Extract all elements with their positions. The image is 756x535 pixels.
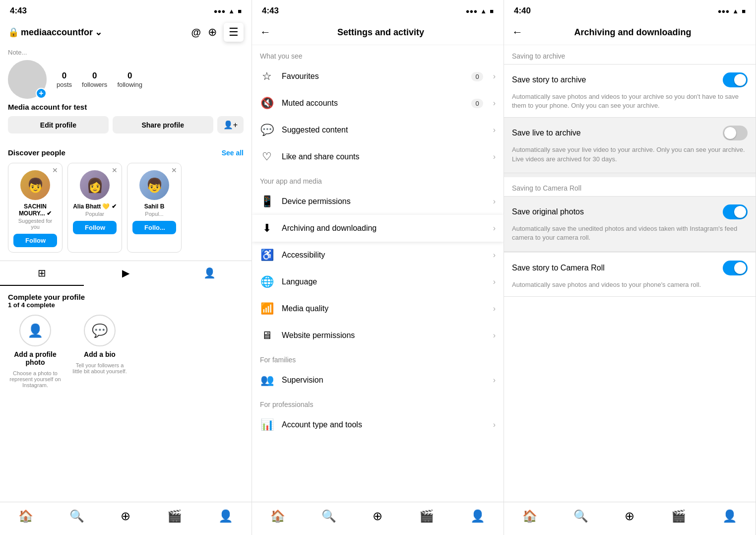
website-icon: 🖥	[260, 329, 274, 342]
followers-label: followers	[82, 81, 107, 88]
nav-profile-p1[interactable]: 👤	[218, 509, 233, 523]
nav-add-p3[interactable]: ⊕	[625, 509, 634, 523]
save-live-archive-desc: Automatically save your live video to yo…	[504, 145, 756, 170]
archiving-panel: 4:40 ●●● ▲ ■ ← Archiving and downloading…	[504, 0, 756, 535]
suggestion-avatar-2: 👦	[139, 170, 169, 200]
settings-item-likes[interactable]: ♡ Like and share counts ›	[252, 143, 504, 170]
follow-button-1[interactable]: Follow	[73, 221, 117, 234]
settings-item-language[interactable]: 🌐 Language ›	[252, 268, 504, 295]
save-live-archive-toggle[interactable]	[723, 126, 748, 140]
nav-add-p2[interactable]: ⊕	[373, 509, 382, 523]
dropdown-icon: ⌄	[95, 27, 102, 38]
nav-search-p3[interactable]: 🔍	[573, 509, 588, 523]
bottom-nav-p3: 🏠 🔍 ⊕ 🎬 👤	[504, 502, 756, 535]
nav-reels-p1[interactable]: 🎬	[167, 509, 182, 523]
back-button-p2[interactable]: ←	[260, 26, 271, 39]
save-story-archive-desc: Automatically save photos and videos to …	[504, 92, 756, 117]
edit-profile-button[interactable]: Edit profile	[8, 116, 109, 134]
settings-item-accessibility[interactable]: ♿ Accessibility ›	[252, 242, 504, 268]
chevron-right-icon-11: ›	[493, 376, 496, 385]
tab-tagged[interactable]: 👤	[168, 261, 252, 286]
settings-item-account-type[interactable]: 📊 Account type and tools ›	[252, 411, 504, 438]
chevron-right-icon-5: ›	[493, 197, 496, 206]
discover-section-header: Discover people See all	[0, 145, 252, 160]
status-time-p1: 4:43	[10, 6, 27, 16]
save-live-archive-block: Save live to archive Automatically save …	[504, 118, 756, 173]
nav-profile-p2[interactable]: 👤	[470, 509, 485, 523]
complete-subtitle: 1 of 4 complete	[8, 301, 244, 309]
favourites-badge: 0	[471, 72, 483, 81]
share-profile-button[interactable]: Share profile	[113, 116, 213, 134]
settings-item-media-quality[interactable]: 📶 Media quality ›	[252, 295, 504, 322]
tab-reels[interactable]: ▶	[84, 261, 168, 286]
hamburger-icon: ☰	[229, 26, 239, 38]
complete-item-desc-1: Tell your followers a little bit about y…	[72, 362, 127, 374]
bottom-nav-p1: 🏠 🔍 ⊕ 🎬 👤	[0, 502, 252, 535]
nav-home-p3[interactable]: 🏠	[522, 509, 537, 523]
avatar[interactable]: +	[8, 60, 47, 99]
back-button-p3[interactable]: ←	[512, 26, 523, 39]
chevron-right-icon-2: ›	[493, 99, 496, 108]
complete-item-bio: 💬 Add a bio Tell your followers a little…	[72, 315, 127, 388]
nav-profile-p3[interactable]: 👤	[722, 509, 737, 523]
settings-item-archiving[interactable]: ⬇ Archiving and downloading ›	[252, 215, 504, 242]
nav-reels-p2[interactable]: 🎬	[419, 509, 434, 523]
add-avatar-icon[interactable]: +	[36, 88, 47, 99]
nav-search-p2[interactable]: 🔍	[321, 509, 336, 523]
add-button[interactable]: ⊕	[208, 26, 217, 39]
chevron-right-icon-6: ›	[493, 224, 496, 233]
device-label: Device permissions	[282, 197, 485, 206]
save-story-camera-roll-toggle[interactable]	[723, 261, 748, 275]
save-original-photos-toggle[interactable]	[723, 204, 748, 219]
settings-item-favourites[interactable]: ☆ Favourites 0 ›	[252, 63, 504, 90]
nav-add-p1[interactable]: ⊕	[121, 509, 130, 523]
complete-item-label-0: Add a profile photo	[8, 350, 63, 366]
archive-icon: ⬇	[260, 222, 274, 235]
settings-item-suggested[interactable]: 💬 Suggested content ›	[252, 117, 504, 143]
suggestion-sub-2: Popul...	[145, 211, 163, 217]
add-circle-icon: ⊕	[208, 26, 217, 39]
profile-panel: 4:43 ●●● ▲ ■ 🔒 mediaaccountfor ⌄ @ ⊕ ☰ N…	[0, 0, 252, 535]
toggle-thumb-3	[734, 262, 746, 274]
save-original-photos-block: Save original photos Automatically save …	[504, 196, 756, 252]
save-story-archive-toggle[interactable]	[723, 72, 748, 87]
close-suggestion-1[interactable]: ✕	[112, 166, 118, 174]
add-person-button[interactable]: 👤+	[217, 116, 244, 134]
wifi-icon-p3: ▲	[732, 7, 739, 15]
status-time-p3: 4:40	[514, 6, 531, 16]
nav-reels-p3[interactable]: 🎬	[671, 509, 686, 523]
supervision-label: Supervision	[282, 376, 485, 385]
settings-item-supervision[interactable]: 👥 Supervision ›	[252, 367, 504, 394]
settings-item-device[interactable]: 📱 Device permissions ›	[252, 188, 504, 215]
section-camera-roll: Saving to Camera Roll	[504, 177, 756, 196]
settings-item-website[interactable]: 🖥 Website permissions ›	[252, 322, 504, 349]
archiving-header: ← Archiving and downloading	[504, 20, 756, 45]
suggested-icon: 💬	[260, 124, 274, 136]
complete-item-desc-0: Choose a photo to represent yourself on …	[8, 370, 63, 388]
note-field: Note...	[8, 49, 244, 56]
menu-button[interactable]: ☰	[224, 23, 244, 42]
settings-panel: 4:43 ●●● ▲ ■ ← Settings and activity Wha…	[252, 0, 504, 535]
settings-item-muted[interactable]: 🔇 Muted accounts 0 ›	[252, 90, 504, 117]
tab-grid[interactable]: ⊞	[0, 261, 84, 286]
chevron-right-icon-8: ›	[493, 277, 496, 286]
complete-item-photo: 👤 Add a profile photo Choose a photo to …	[8, 315, 63, 388]
add-photo-icon[interactable]: 👤	[19, 315, 51, 346]
close-suggestion-0[interactable]: ✕	[52, 166, 58, 174]
follow-button-2[interactable]: Follo...	[132, 221, 176, 234]
username-row[interactable]: 🔒 mediaaccountfor ⌄	[8, 27, 102, 38]
add-bio-icon[interactable]: 💬	[84, 315, 116, 346]
save-story-camera-roll-desc: Automatically save photos and videos to …	[504, 280, 756, 296]
signal-icon: ●●●	[214, 7, 226, 15]
section-families: For families	[252, 349, 504, 367]
stats-row: + 0 posts 0 followers 0 following	[8, 60, 244, 99]
threads-button[interactable]: @	[191, 27, 201, 38]
following-stat: 0 following	[117, 71, 142, 88]
media-quality-label: Media quality	[282, 304, 485, 313]
follow-button-0[interactable]: Follow	[13, 234, 57, 247]
close-suggestion-2[interactable]: ✕	[171, 166, 177, 174]
nav-search-p1[interactable]: 🔍	[69, 509, 84, 523]
nav-home-p2[interactable]: 🏠	[270, 509, 285, 523]
see-all-link[interactable]: See all	[222, 149, 244, 157]
nav-home-p1[interactable]: 🏠	[18, 509, 33, 523]
